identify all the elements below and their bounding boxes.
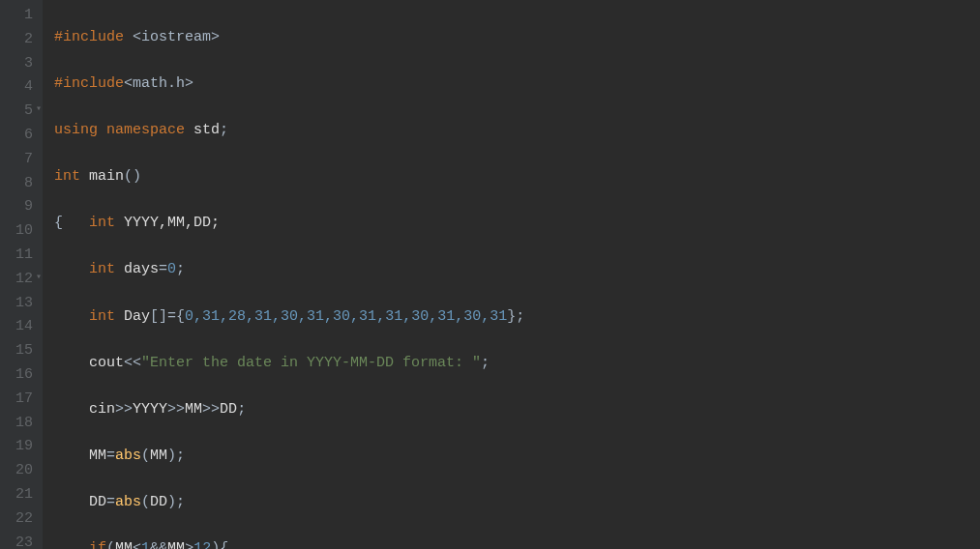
- code-line[interactable]: cin>>YYYY>>MM>>DD;: [54, 398, 980, 422]
- line-number: 3: [8, 52, 33, 76]
- line-number: 7: [8, 148, 33, 172]
- line-number: 10: [8, 219, 33, 244]
- line-number: 6: [8, 124, 33, 148]
- line-number: 8: [8, 172, 33, 196]
- code-line[interactable]: int days=0;: [54, 258, 980, 282]
- line-number: 13: [8, 292, 33, 316]
- line-number[interactable]: 12: [8, 268, 33, 292]
- code-area[interactable]: #include <iostream> #include<math.h> usi…: [43, 0, 980, 549]
- line-number: 20: [8, 459, 33, 483]
- line-number-gutter: 1 2 3 4 5 6 7 8 9 10 11 12 13 14 15 16 1…: [0, 0, 43, 549]
- code-line[interactable]: #include<math.h>: [54, 72, 980, 97]
- line-number: 17: [8, 388, 33, 412]
- line-number: 9: [8, 195, 33, 219]
- line-number: 21: [8, 483, 33, 507]
- line-number: 22: [8, 507, 33, 532]
- code-line[interactable]: int Day[]={0,31,28,31,30,31,30,31,31,30,…: [54, 305, 980, 330]
- line-number: 2: [8, 28, 33, 52]
- line-number[interactable]: 5: [8, 100, 33, 124]
- line-number: 15: [8, 339, 33, 363]
- line-number: 14: [8, 315, 33, 339]
- code-line[interactable]: MM=abs(MM);: [54, 445, 980, 469]
- line-number: 4: [8, 75, 33, 100]
- code-line[interactable]: cout<<"Enter the date in YYYY-MM-DD form…: [54, 352, 980, 376]
- line-number: 18: [8, 412, 33, 436]
- line-number: 11: [8, 244, 33, 268]
- code-line[interactable]: DD=abs(DD);: [54, 491, 980, 515]
- code-line[interactable]: { int YYYY,MM,DD;: [54, 212, 980, 236]
- code-line[interactable]: using namespace std;: [54, 119, 980, 143]
- line-number: 19: [8, 435, 33, 459]
- code-line[interactable]: int main(): [54, 165, 980, 189]
- code-editor[interactable]: 1 2 3 4 5 6 7 8 9 10 11 12 13 14 15 16 1…: [0, 0, 980, 549]
- line-number: 1: [8, 4, 33, 28]
- code-line[interactable]: #include <iostream>: [54, 26, 980, 50]
- line-number: 23: [8, 532, 33, 549]
- code-line[interactable]: if(MM<1&&MM>12){: [54, 537, 980, 549]
- line-number: 16: [8, 363, 33, 388]
